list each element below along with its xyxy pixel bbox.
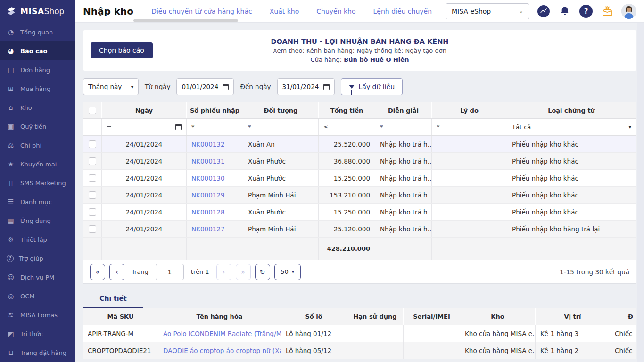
- sidebar-item-misa-lomas[interactable]: ≋ MISA Lomas: [0, 305, 75, 324]
- col-header-doc-type[interactable]: Loại chứng từ: [507, 102, 636, 118]
- detail-row[interactable]: CROPTOPDAODIE21 DAODIE áo croptop áo cro…: [83, 342, 636, 359]
- page-number-input[interactable]: [156, 264, 184, 280]
- prev-page-button[interactable]: ‹: [109, 264, 124, 280]
- report-store-line: Cửa hàng: Bún bò Huế O Hiền: [311, 56, 409, 63]
- from-date-input[interactable]: 01/01/2024: [176, 78, 234, 95]
- sidebar-item-knowledge[interactable]: ◩ Tri thức: [0, 324, 75, 343]
- cell-serial: [404, 342, 460, 359]
- get-data-button[interactable]: Lấy dữ liệu: [341, 78, 403, 95]
- period-select[interactable]: Tháng này ▾: [83, 78, 139, 95]
- filter-code-input[interactable]: [198, 122, 239, 133]
- detail-row[interactable]: APIR-TRANG-M Áo Polo ICONDENIM Radiate (…: [83, 325, 636, 342]
- tab-stock-out[interactable]: Xuất kho: [270, 8, 299, 15]
- table-row[interactable]: 24/01/2024 NK000132 Xuân An 25.520.000 N…: [83, 136, 636, 153]
- help-icon[interactable]: ?: [579, 4, 593, 18]
- sidebar-item-reports[interactable]: ◕ Báo cáo: [0, 41, 75, 60]
- avatar[interactable]: [621, 4, 636, 19]
- table-row[interactable]: 24/01/2024 NK000130 Xuân Phước 15.250.00…: [83, 170, 636, 187]
- whats-new-icon[interactable]: [600, 4, 614, 18]
- doc-code-link[interactable]: NK000127: [191, 225, 225, 233]
- row-checkbox[interactable]: [89, 191, 96, 199]
- sidebar-item-order-site[interactable]: ⊔ Trang đặt hàng: [0, 343, 75, 362]
- item-name-link[interactable]: Áo Polo ICONDENIM Radiate (Trắng/M): [163, 330, 281, 337]
- table-row[interactable]: 24/01/2024 NK000128 Xuân Phước 15.250.00…: [83, 204, 636, 221]
- sidebar-item-apps[interactable]: ▦ Ứng dụng: [0, 211, 75, 230]
- row-checkbox[interactable]: [89, 140, 96, 148]
- col-header-expiry[interactable]: Hạn sử dụng: [347, 308, 404, 325]
- filter-amount-input[interactable]: [332, 122, 370, 133]
- table-row[interactable]: 24/01/2024 NK000127 Phạm Minh Hải 25.120…: [83, 221, 636, 238]
- messenger-icon[interactable]: [537, 4, 551, 18]
- sidebar-item-ocm[interactable]: ◎ OCM: [0, 287, 75, 305]
- col-header-partner[interactable]: Đối tượng: [243, 102, 319, 118]
- col-header-item-name[interactable]: Tên hàng hóa: [158, 308, 281, 325]
- tab-transfer-from-other-store[interactable]: Điều chuyển từ cửa hàng khác: [151, 8, 252, 15]
- refresh-button[interactable]: ↻: [255, 264, 270, 280]
- doc-type-select[interactable]: Tất cả ▾: [512, 123, 631, 131]
- col-header-unit[interactable]: Đ: [610, 308, 636, 325]
- col-header-sku[interactable]: Mã SKU: [83, 308, 158, 325]
- row-checkbox[interactable]: [89, 174, 96, 182]
- sidebar-item-overview[interactable]: ◔ Tổng quan: [0, 23, 75, 41]
- row-checkbox[interactable]: [89, 225, 96, 233]
- last-page-button[interactable]: »: [236, 264, 251, 280]
- vertical-scrollbar[interactable]: [637, 23, 644, 362]
- date-operator[interactable]: =: [107, 123, 112, 131]
- order-site-icon: ⊔: [7, 349, 15, 356]
- filter-date-input[interactable]: [116, 122, 175, 133]
- col-header-date[interactable]: Ngày: [102, 102, 187, 118]
- reason-operator[interactable]: *: [437, 123, 440, 131]
- page-size-select[interactable]: 50 ▾: [274, 264, 301, 280]
- sidebar-item-purchasing[interactable]: ⊞ Mua hàng: [0, 79, 75, 98]
- sidebar-item-warehouse[interactable]: ⌂ Kho: [0, 98, 75, 117]
- table-row[interactable]: 24/01/2024 NK000129 Phạm Minh Hải 153.21…: [83, 187, 636, 204]
- app-logo[interactable]: MISAShop: [0, 0, 75, 23]
- row-checkbox[interactable]: [89, 208, 96, 216]
- sidebar-item-pm-service[interactable]: ☺ Dịch vụ PM: [0, 268, 75, 287]
- select-all-checkbox[interactable]: [89, 107, 96, 114]
- table-row[interactable]: 24/01/2024 NK000131 Xuân Phước 36.880.00…: [83, 153, 636, 170]
- col-header-description[interactable]: Diễn giải: [375, 102, 432, 118]
- filter-description-input[interactable]: [387, 122, 427, 133]
- amount-operator[interactable]: ≤: [323, 123, 329, 131]
- sidebar-item-cash[interactable]: ▣ Quỹ tiền: [0, 117, 75, 136]
- next-page-button[interactable]: ›: [216, 264, 231, 280]
- col-header-reason[interactable]: Lý do: [432, 102, 507, 118]
- first-page-button[interactable]: «: [90, 264, 105, 280]
- tab-transfer-order[interactable]: Lệnh điều chuyển: [373, 8, 432, 15]
- doc-code-link[interactable]: NK000128: [191, 208, 225, 216]
- notification-bell-icon[interactable]: [558, 4, 572, 18]
- doc-code-link[interactable]: NK000132: [191, 140, 225, 148]
- to-date-input[interactable]: 31/01/2024: [277, 78, 335, 95]
- sidebar-item-help[interactable]: ? Trợ giúp: [0, 249, 75, 268]
- sidebar-item-expenses[interactable]: ⚖ Chi phí: [0, 136, 75, 155]
- tabs-scrollbar-thumb[interactable]: [133, 19, 238, 22]
- col-header-serial[interactable]: Serial/IMEI: [404, 308, 460, 325]
- choose-report-button[interactable]: Chọn báo cáo: [91, 42, 153, 58]
- sidebar-item-orders[interactable]: ▤ Đơn hàng: [0, 60, 75, 79]
- code-operator[interactable]: *: [191, 123, 195, 131]
- sidebar-item-settings[interactable]: ⚙ Thiết lập: [0, 230, 75, 249]
- partner-operator[interactable]: *: [248, 123, 251, 131]
- col-header-amount[interactable]: Tổng tiền: [319, 102, 375, 118]
- filter-reason-input[interactable]: [444, 122, 503, 133]
- doc-code-link[interactable]: NK000129: [191, 191, 225, 199]
- item-name-link[interactable]: DAODIE áo croptop áo croptop nữ (Xan...: [163, 347, 281, 354]
- sidebar-item-catalog[interactable]: ☰ Danh mục: [0, 192, 75, 211]
- sidebar-item-promotions[interactable]: ★ Khuyến mại: [0, 155, 75, 173]
- doc-code-link[interactable]: NK000131: [191, 157, 225, 165]
- filter-partner-input[interactable]: [255, 122, 314, 133]
- cell-amount: 153.210.000: [319, 187, 375, 203]
- col-header-lot[interactable]: Số lô: [281, 308, 347, 325]
- tab-stock-transfer[interactable]: Chuyển kho: [316, 8, 355, 15]
- col-header-position[interactable]: Vị trí: [536, 308, 610, 325]
- description-operator[interactable]: *: [380, 123, 383, 131]
- row-checkbox[interactable]: [89, 157, 96, 165]
- doc-code-link[interactable]: NK000130: [191, 174, 225, 182]
- report-subtitle: Xem theo: Kênh bán hàng; Ngày thống kê: …: [273, 47, 446, 54]
- tab-detail[interactable]: Chi tiết: [83, 290, 143, 308]
- product-select[interactable]: MISA eShop ⌄: [446, 3, 529, 19]
- col-header-code[interactable]: Số phiếu nhập: [187, 102, 243, 118]
- sidebar-item-sms-marketing[interactable]: ▯ SMS Marketing: [0, 173, 75, 192]
- col-header-warehouse[interactable]: Kho: [460, 308, 536, 325]
